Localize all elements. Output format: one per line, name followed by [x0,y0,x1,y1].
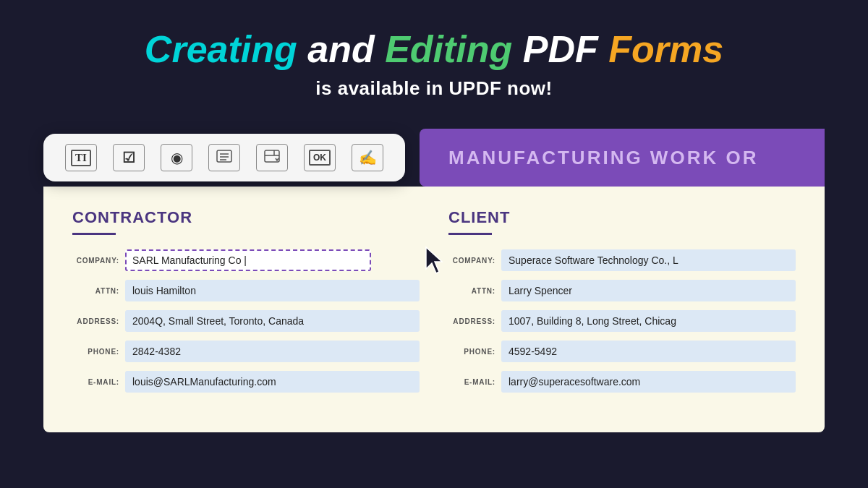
contractor-phone-label: PHONE: [72,348,119,356]
client-attn-label: ATTN: [448,287,495,295]
client-attn-input[interactable] [501,280,796,301]
form-area: CONTRACTOR COMPANY: ATTN: ADDRESS: PHONE… [43,187,825,432]
work-order-title: MANUFACTURING WORK OR [448,147,758,169]
combo-box-icon [264,149,280,166]
title-forms: Forms [608,28,723,70]
client-phone-input[interactable] [501,341,796,362]
client-email-label: E-MAIL: [448,378,495,386]
client-attn-row: ATTN: [448,280,796,301]
contractor-attn-row: ATTN: [72,280,420,301]
client-phone-label: PHONE: [448,348,495,356]
work-order-header: MANUFACTURING WORK OR [420,129,825,187]
push-button-icon: OK [309,150,331,166]
signature-icon: ✍ [359,149,377,166]
checkbox-button[interactable]: ☑ [113,144,145,171]
contractor-divider [72,233,116,235]
title-editing: Editing [385,28,512,70]
cursor-icon [423,246,445,275]
client-company-label: COMPANY: [448,257,495,265]
text-field-icon: TI [71,150,91,166]
contractor-email-row: E-MAIL: [72,371,420,393]
push-button-tool[interactable]: OK [304,144,336,171]
contractor-address-label: ADDRESS: [72,317,119,325]
contractor-company-row: COMPANY: [72,249,420,271]
contractor-company-input[interactable] [125,249,371,271]
client-section: CLIENT COMPANY: ATTN: ADDRESS: PHONE: E-… [448,208,796,411]
radio-icon: ◉ [171,149,183,166]
contractor-email-label: E-MAIL: [72,378,119,386]
client-company-row: COMPANY: [448,249,796,271]
client-email-row: E-MAIL: [448,371,796,393]
contractor-company-label: COMPANY: [72,257,119,265]
header-subtitle: is available in UPDF now! [14,77,854,100]
contractor-email-input[interactable] [125,371,420,393]
contractor-phone-input[interactable] [125,341,420,362]
contractor-title: CONTRACTOR [72,208,420,227]
contractor-attn-label: ATTN: [72,287,119,295]
signature-button[interactable]: ✍ [352,144,383,171]
contractor-address-row: ADDRESS: [72,310,420,332]
radio-button-tool[interactable]: ◉ [161,144,192,171]
title-creating: Creating [145,28,297,70]
list-box-button[interactable] [208,144,240,171]
contractor-section: CONTRACTOR COMPANY: ATTN: ADDRESS: PHONE… [72,208,420,411]
client-divider [448,233,492,235]
client-address-label: ADDRESS: [448,317,495,325]
checkbox-icon: ☑ [122,149,135,166]
client-address-row: ADDRESS: [448,310,796,332]
toolbar-area: TI ☑ ◉ [0,129,868,187]
pdf-toolbar: TI ☑ ◉ [43,134,405,181]
header: Creating and Editing PDF Forms is availa… [0,0,868,121]
contractor-phone-row: PHONE: [72,341,420,362]
contractor-attn-input[interactable] [125,280,420,301]
combo-box-button[interactable] [256,144,288,171]
client-address-input[interactable] [501,310,796,332]
client-email-input[interactable] [501,371,796,393]
svg-marker-7 [426,247,442,273]
title-pdf: PDF [523,28,608,70]
main-title: Creating and Editing PDF Forms [14,29,854,70]
client-company-input[interactable] [501,249,796,271]
title-and: and [307,28,385,70]
list-box-icon [216,149,232,167]
contractor-address-input[interactable] [125,310,420,332]
text-field-button[interactable]: TI [65,144,97,171]
client-title: CLIENT [448,208,796,227]
client-phone-row: PHONE: [448,341,796,362]
